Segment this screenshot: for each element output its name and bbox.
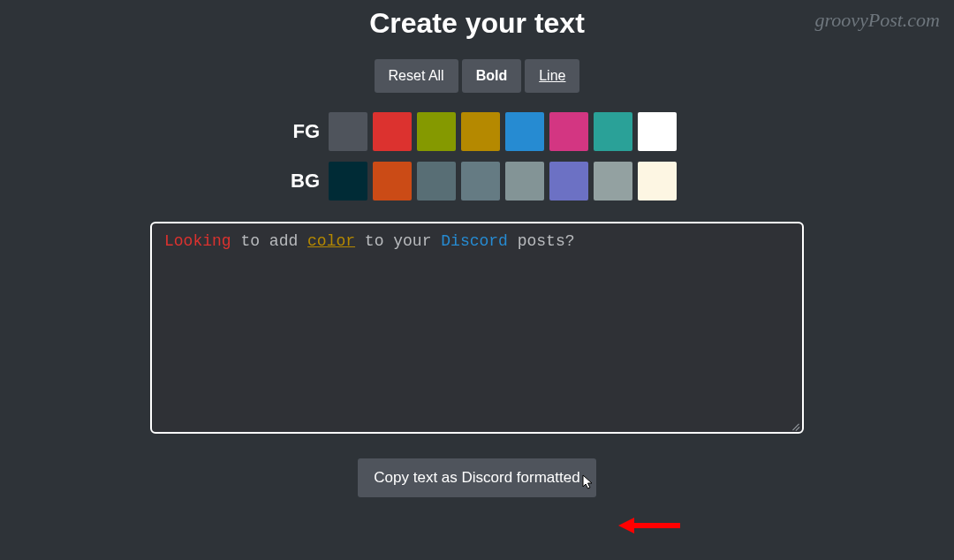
fg-swatch-3[interactable] bbox=[461, 112, 500, 151]
editor-content: Looking to add color to your Discord pos… bbox=[164, 232, 790, 250]
text-editor[interactable]: Looking to add color to your Discord pos… bbox=[150, 222, 804, 434]
bg-swatches bbox=[329, 162, 677, 201]
style-toolbar: Reset All Bold Line bbox=[375, 59, 580, 93]
watermark-text: groovyPost.com bbox=[814, 9, 940, 32]
editor-token-3: to your bbox=[355, 232, 441, 250]
bg-swatch-5[interactable] bbox=[549, 162, 588, 201]
editor-token-2: color bbox=[307, 232, 355, 250]
resize-handle-icon[interactable] bbox=[788, 418, 800, 430]
fg-swatch-1[interactable] bbox=[373, 112, 412, 151]
bg-color-row: BG bbox=[277, 162, 677, 201]
bold-button[interactable]: Bold bbox=[462, 59, 522, 93]
page-title: Create your text bbox=[369, 7, 585, 40]
bg-swatch-1[interactable] bbox=[373, 162, 412, 201]
annotation-arrow-icon bbox=[618, 515, 680, 536]
fg-swatch-2[interactable] bbox=[417, 112, 456, 151]
bg-swatch-2[interactable] bbox=[417, 162, 456, 201]
editor-token-5: posts? bbox=[508, 232, 575, 250]
copy-button[interactable]: Copy text as Discord formatted bbox=[358, 458, 595, 497]
fg-swatch-6[interactable] bbox=[594, 112, 632, 151]
line-button[interactable]: Line bbox=[525, 59, 579, 93]
editor-token-4: Discord bbox=[441, 232, 508, 250]
svg-marker-1 bbox=[618, 518, 634, 534]
main-container: Create your text Reset All Bold Line FG … bbox=[0, 0, 954, 497]
bg-swatch-0[interactable] bbox=[329, 162, 367, 201]
bg-label: BG bbox=[277, 170, 320, 193]
editor-token-0: Looking bbox=[164, 232, 231, 250]
copy-row: Copy text as Discord formatted bbox=[358, 458, 595, 497]
fg-swatches bbox=[329, 112, 677, 151]
fg-swatch-0[interactable] bbox=[329, 112, 367, 151]
bg-swatch-7[interactable] bbox=[638, 162, 677, 201]
fg-label: FG bbox=[277, 120, 320, 143]
fg-color-row: FG bbox=[277, 112, 677, 151]
editor-token-1: to add bbox=[231, 232, 307, 250]
bg-swatch-6[interactable] bbox=[594, 162, 632, 201]
bg-swatch-3[interactable] bbox=[461, 162, 500, 201]
reset-all-button[interactable]: Reset All bbox=[375, 59, 458, 93]
fg-swatch-7[interactable] bbox=[638, 112, 677, 151]
bg-swatch-4[interactable] bbox=[505, 162, 544, 201]
fg-swatch-5[interactable] bbox=[549, 112, 588, 151]
fg-swatch-4[interactable] bbox=[505, 112, 544, 151]
